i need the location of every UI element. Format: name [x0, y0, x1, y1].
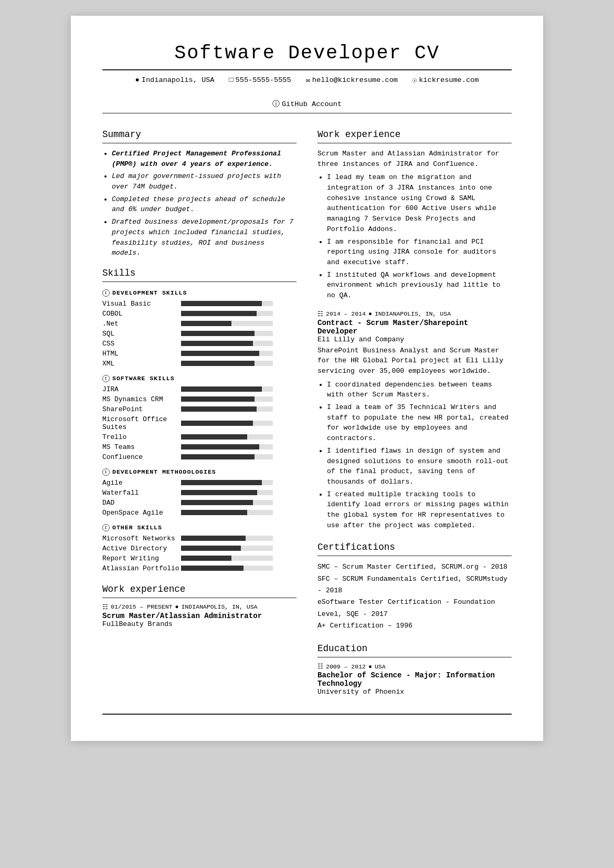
skill-row: Waterfall [102, 489, 297, 497]
skill-bar-bg [181, 546, 273, 551]
certifications-section: Certifications SMC – Scrum Master Certif… [317, 542, 512, 632]
skill-row: DAD [102, 499, 297, 507]
skill-row: Confluence [102, 453, 297, 461]
work-entry-company: FullBeauty Brands [102, 620, 297, 628]
skill-row: SharePoint [102, 405, 297, 413]
other-skills-group-title: i Other Skills [102, 524, 297, 531]
dev-skills-info-icon: i [102, 289, 110, 297]
skill-row: COBOL [102, 310, 297, 318]
dev-skills-group-title: i Development Skills [102, 289, 297, 297]
pin-icon-small: ● [175, 603, 178, 610]
work-intro-text: Scrum Master and Atlassian Administrator… [317, 149, 512, 169]
skill-row: .Net [102, 320, 297, 328]
skill-bar-bg [181, 421, 273, 426]
skill-row: Report Writing [102, 555, 297, 562]
sw-skills-bars: JIRA MS Dynamics CRM SharePoint Microsof… [102, 385, 297, 461]
cert-item: eSoftware Tester Certification - Foundat… [317, 597, 512, 620]
skill-bar-bg [181, 566, 273, 571]
skill-row: JIRA [102, 385, 297, 393]
contact-bottom-divider [102, 113, 512, 113]
two-col-layout: Summary Certified Project Management Pro… [102, 129, 512, 696]
globe-icon: ☉ [412, 76, 417, 85]
cert-item: SMC – Scrum Master Certified, SCRUM.org … [317, 561, 512, 573]
skill-row: Trello [102, 433, 297, 441]
dev-skills-bars: Visual Basic COBOL .Net SQL [102, 300, 297, 368]
education-section: Education ☷ 2009 – 2012 ● USA Bachelor o… [317, 643, 512, 696]
work-exp-right-title: Work experience [317, 129, 512, 140]
work-entry-meta: ☷ 01/2015 – PRESENT ● INDIANAPOLIS, IN, … [102, 603, 297, 611]
skill-bar-bg [181, 301, 273, 306]
skills-section: Skills i Development Skills Visual Basic… [102, 268, 297, 572]
skill-bar-bg [181, 396, 273, 402]
pin-icon-small: ● [368, 310, 372, 317]
cert-text: SMC – Scrum Master Certified, SCRUM.org … [317, 561, 512, 632]
summary-title: Summary [102, 129, 297, 140]
cal-icon: ☷ [317, 310, 323, 318]
mail-icon: ✉ [306, 76, 310, 85]
skill-bar-bg [181, 341, 273, 346]
work-bullet: I instituted QA workflows and developmen… [327, 270, 512, 301]
work-experience-right-section: Work experience Scrum Master and Atlassi… [317, 129, 512, 301]
contact-email: ✉ hello@kickresume.com [306, 76, 398, 85]
work-exp-right-divider [317, 143, 512, 143]
skill-row: Agile [102, 479, 297, 487]
cv-page: Software Developer CV ● Indianapolis, US… [71, 16, 543, 741]
skill-bar-bg [181, 321, 273, 326]
cv-title: Software Developer CV [102, 42, 512, 64]
github-icon: ⓘ [272, 99, 280, 109]
skill-row: Microsoft Networks [102, 535, 297, 542]
skill-bar-bg [181, 536, 273, 541]
contact-github: ⓘ GitHub Account [272, 99, 342, 109]
work-entry-2-title: Contract - Scrum Master/Sharepoint Devel… [317, 319, 512, 336]
sw-skills-group-title: i Software Skills [102, 375, 297, 382]
skill-bar-bg [181, 490, 273, 495]
work-entry-2-company: Eli Lilly and Company [317, 336, 512, 343]
work-entry-2: ☷ 2014 – 2014 ● INDIANAPOLIS, IN, USA Co… [317, 310, 512, 531]
contact-website: ☉ kickresume.com [412, 76, 479, 85]
cal-icon: ☷ [102, 603, 108, 611]
skill-row: CSS [102, 340, 297, 348]
summary-item-4: Drafted business development/proposals f… [112, 217, 297, 258]
work-entry-2-bullets: I coordinated dependencies between teams… [317, 380, 512, 531]
skill-row: SQL [102, 330, 297, 338]
method-skills-info-icon: i [102, 468, 110, 476]
contact-bar: ● Indianapolis, USA □ 555-5555-5555 ✉ he… [102, 76, 512, 109]
skill-bar-bg [181, 510, 273, 515]
skill-bar-bg [181, 454, 273, 459]
skill-row: OpenSpace Agile [102, 509, 297, 517]
cert-item: A+ Certification – 1996 [317, 620, 512, 632]
cert-item: SFC – SCRUM Fundamentals Certified, SCRU… [317, 573, 512, 597]
summary-list: Certified Project Management Professiona… [102, 149, 297, 258]
summary-item-3: Completed these projects ahead of schedu… [112, 194, 297, 215]
work-bullet: I created multiple tracking tools to ide… [327, 489, 512, 531]
skill-row: Visual Basic [102, 300, 297, 308]
cert-title: Certifications [317, 542, 512, 552]
cert-divider [317, 556, 512, 556]
skill-row: Active Directory [102, 545, 297, 552]
skill-bar-bg [181, 556, 273, 561]
skills-divider [102, 281, 297, 282]
summary-item-1: Certified Project Management Professiona… [112, 149, 297, 169]
skill-bar-bg [181, 361, 273, 366]
work-entry-title: Scrum Master/Atlassian Administrator [102, 612, 297, 620]
pin-icon: ● [135, 76, 140, 84]
work-bullet: I coordinated dependencies between teams… [327, 380, 512, 400]
left-column: Summary Certified Project Management Pro… [102, 129, 297, 696]
skill-row: XML [102, 360, 297, 368]
skill-row: MS Dynamics CRM [102, 395, 297, 403]
summary-divider [102, 143, 297, 143]
summary-section: Summary Certified Project Management Pro… [102, 129, 297, 258]
other-skills-bars: Microsoft Networks Active Directory Repo… [102, 535, 297, 572]
contact-phone: □ 555-5555-5555 [229, 76, 291, 84]
edu-title: Education [317, 643, 512, 654]
top-divider [102, 69, 512, 70]
edu-divider [317, 657, 512, 657]
sw-skills-info-icon: i [102, 375, 110, 382]
skill-row: Microsoft Office Suites [102, 415, 297, 431]
skill-bar-bg [181, 386, 273, 392]
work-exp-left-divider [102, 598, 297, 598]
work-bullets-list: I lead my team on the migration and inte… [317, 172, 512, 300]
skill-bar-bg [181, 331, 273, 336]
work-entry-2-meta: ☷ 2014 – 2014 ● INDIANAPOLIS, IN, USA [317, 310, 512, 318]
summary-item-2: Led major government-issued projects wit… [112, 171, 297, 192]
